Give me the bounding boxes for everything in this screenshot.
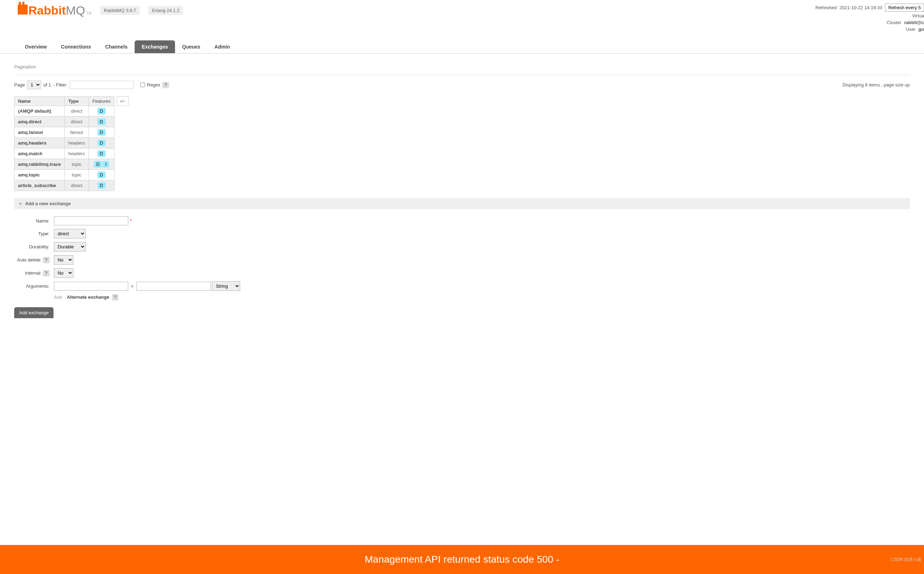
exchanges-table: Name Type Features (AMQP default)directD…: [14, 96, 114, 191]
add-exchange-button[interactable]: Add exchange: [14, 307, 54, 318]
exchange-type: topic: [65, 170, 88, 180]
alternate-exchange-link[interactable]: Alternate exchange: [66, 295, 109, 300]
exchange-name[interactable]: article_subscribe: [14, 180, 65, 191]
table-row: amq.directdirectD: [14, 117, 114, 127]
durability-select[interactable]: Durable: [54, 242, 86, 252]
rabbitmq-logo-icon: [18, 5, 28, 14]
logo-tm: TM: [87, 11, 91, 15]
internal-help-icon[interactable]: ?: [43, 270, 50, 276]
pagination-heading: Pagination: [14, 64, 910, 69]
argument-value-input[interactable]: [136, 282, 211, 290]
add-argument-link[interactable]: Add: [54, 295, 62, 300]
exchange-type: direct: [65, 117, 88, 127]
autodelete-help-icon[interactable]: ?: [43, 257, 50, 263]
exchange-type: direct: [65, 180, 88, 191]
table-row: amq.fanoutfanoutD: [14, 127, 114, 138]
equals-sign: =: [129, 284, 135, 289]
name-field-label: Name:: [15, 215, 51, 227]
col-type[interactable]: Type: [65, 97, 88, 106]
feature-badge: I: [103, 161, 109, 167]
exchange-name[interactable]: amq.direct: [14, 117, 65, 127]
table-row: amq.topictopicD: [14, 170, 114, 180]
name-input[interactable]: [54, 216, 128, 226]
add-exchange-section-header[interactable]: ▼ Add a new exchange: [14, 198, 910, 209]
exchange-type: fanout: [65, 127, 88, 138]
exchange-features: D: [88, 117, 114, 127]
cluster-label: Cluster: [887, 20, 901, 25]
autodelete-select[interactable]: No: [54, 255, 73, 265]
regex-label: Regex: [147, 82, 161, 88]
feature-badge: D: [98, 140, 106, 146]
tab-queues[interactable]: Queues: [175, 40, 207, 53]
tab-connections[interactable]: Connections: [54, 40, 98, 53]
refreshed-label: Refreshed: [815, 5, 837, 10]
refresh-interval-button[interactable]: Refresh every 5: [885, 3, 924, 12]
exchange-type: topic: [65, 159, 88, 170]
exchange-name[interactable]: amq.headers: [14, 138, 65, 148]
columns-toggle[interactable]: +/-: [117, 96, 129, 106]
exchange-name[interactable]: amq.rabbitmq.trace: [14, 159, 65, 170]
tab-exchanges[interactable]: Exchanges: [135, 40, 175, 53]
exchange-name[interactable]: amq.fanout: [14, 127, 65, 138]
internal-select[interactable]: No: [54, 268, 73, 278]
exchange-features: D: [88, 138, 114, 148]
nav-tabs: OverviewConnectionsChannelsExchangesQueu…: [0, 40, 924, 54]
feature-badge: D: [98, 129, 106, 136]
virtual-host-label: Virtua: [912, 13, 924, 19]
page-select[interactable]: 1: [27, 80, 41, 89]
type-select[interactable]: direct: [54, 229, 86, 238]
tab-admin[interactable]: Admin: [207, 40, 237, 53]
cluster-name: rabbit@c: [904, 20, 924, 25]
exchange-features: D: [88, 127, 114, 138]
rabbitmq-version-badge: RabbitMQ 3.9.7: [100, 6, 140, 15]
exchange-type: headers: [65, 138, 88, 148]
table-row: (AMQP default)directD: [14, 106, 114, 117]
page-of-label: of 1: [43, 82, 51, 88]
col-features: Features: [88, 97, 114, 106]
feature-badge: D: [98, 150, 106, 157]
logo-text-rabbit: Rabbit: [28, 3, 66, 17]
logo-area: RabbitMQ TM RabbitMQ 3.9.7 Erlang 24.1.2: [18, 3, 183, 17]
logo-text-mq: MQ: [66, 3, 85, 17]
caret-down-icon: ▼: [19, 202, 22, 206]
internal-field-label: Internal:: [25, 270, 41, 276]
erlang-version-badge: Erlang 24.1.2: [148, 6, 183, 15]
arguments-field-label: Arguments:: [15, 280, 51, 292]
feature-badge: D: [94, 161, 102, 167]
exchange-features: D: [88, 106, 114, 117]
tab-channels[interactable]: Channels: [98, 40, 135, 53]
table-row: article_subscribedirectD: [14, 180, 114, 191]
table-row: amq.rabbitmq.tracetopicDI: [14, 159, 114, 170]
exchange-name[interactable]: amq.topic: [14, 170, 65, 180]
feature-badge: D: [98, 172, 106, 178]
col-name[interactable]: Name: [14, 97, 65, 106]
user-label: User: [906, 27, 916, 32]
filter-label: - Filter:: [53, 82, 67, 88]
exchange-name[interactable]: (AMQP default): [14, 106, 65, 117]
regex-checkbox[interactable]: [140, 82, 145, 87]
required-marker: *: [130, 218, 132, 224]
exchange-name[interactable]: amq.match: [14, 148, 65, 159]
add-exchange-title: Add a new exchange: [25, 201, 71, 206]
feature-badge: D: [98, 182, 106, 189]
type-field-label: Type:: [15, 227, 51, 240]
feature-badge: D: [98, 118, 106, 125]
refreshed-time: 2021-10-22 14:19:33: [840, 5, 883, 10]
displaying-count: Displaying 8 items , page size up: [842, 82, 910, 88]
exchange-features: D: [88, 180, 114, 191]
argument-key-input[interactable]: [54, 282, 128, 290]
argument-type-select[interactable]: String: [212, 281, 240, 291]
filter-input[interactable]: [70, 81, 134, 89]
feature-badge: D: [98, 108, 106, 114]
page-label: Page: [14, 82, 25, 88]
exchange-type: headers: [65, 148, 88, 159]
exchange-features: DI: [88, 159, 114, 170]
user-name: gu: [918, 27, 924, 32]
regex-help-icon[interactable]: ?: [162, 82, 169, 88]
exchange-features: D: [88, 148, 114, 159]
durability-field-label: Durability:: [15, 241, 51, 253]
tab-overview[interactable]: Overview: [18, 40, 54, 53]
exchange-type: direct: [65, 106, 88, 117]
alternate-exchange-help-icon[interactable]: ?: [112, 294, 119, 300]
table-row: amq.headersheadersD: [14, 138, 114, 148]
